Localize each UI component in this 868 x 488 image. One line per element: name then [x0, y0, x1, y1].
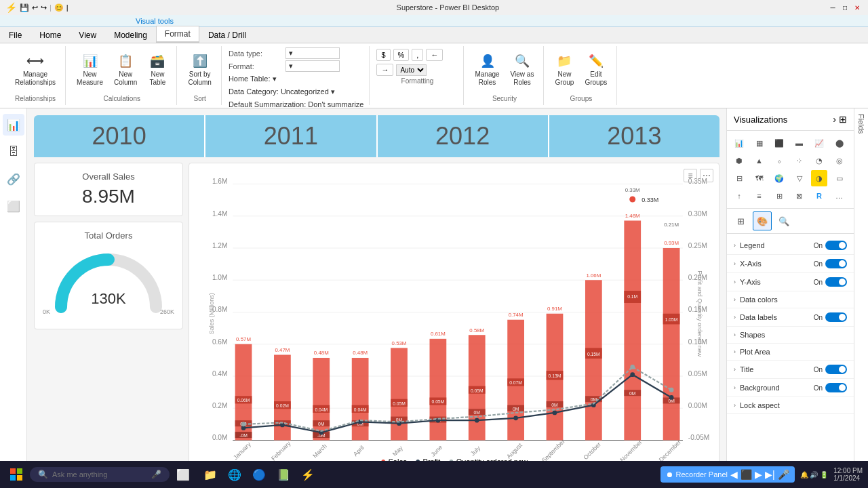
chart-menu-button[interactable]: ≡	[684, 169, 697, 182]
decrease-decimal-button[interactable]: ←	[426, 49, 443, 61]
viz-waterfall[interactable]: ⬦	[771, 152, 787, 169]
tab-datadrill[interactable]: Data / Drill	[199, 27, 255, 43]
tab-fields[interactable]: ⊞	[731, 211, 750, 230]
comma-button[interactable]: ,	[412, 49, 423, 61]
viz-100-bar[interactable]: ▬	[791, 135, 808, 151]
format-lockaspect-row[interactable]: › Lock aspect	[727, 397, 854, 414]
tab-view[interactable]: View	[70, 27, 105, 43]
edit-groups-button[interactable]: ✏️ EditGroups	[580, 49, 611, 89]
format-shapes-row[interactable]: › Shapes	[727, 327, 854, 344]
viz-r-visual[interactable]: R	[811, 188, 827, 204]
viz-ribbon[interactable]: ▲	[751, 152, 768, 169]
format-value[interactable]: ▾	[285, 60, 340, 72]
viz-filled-map[interactable]: 🌍	[771, 170, 787, 186]
taskbar-edge[interactable]: 🌐	[224, 464, 245, 485]
format-title-row[interactable]: › Title On	[727, 361, 854, 379]
recorder-play[interactable]: ▶	[755, 469, 762, 480]
quick-undo[interactable]: ↩	[32, 3, 38, 12]
format-datacolors-row[interactable]: › Data colors	[727, 291, 854, 308]
total-orders-card[interactable]: Total Orders 130K 0K 260K	[34, 222, 183, 329]
legend-toggle[interactable]	[825, 241, 847, 250]
minimize-button[interactable]: ─	[827, 2, 838, 13]
viz-stacked-bar[interactable]: ⬛	[771, 135, 787, 151]
tab-format[interactable]: Format	[156, 26, 199, 43]
recorder-prev[interactable]: ◀	[730, 469, 738, 480]
sort-by-column-button[interactable]: ⬆️ Sort byColumn	[184, 49, 215, 89]
home-table-dropdown[interactable]: ▾	[273, 75, 277, 83]
datalabels-toggle[interactable]	[825, 312, 847, 322]
viz-bar-chart[interactable]: 📊	[731, 135, 747, 151]
recorder-next[interactable]: ▶|	[765, 469, 775, 480]
taskbar-chrome[interactable]: 🔵	[248, 464, 270, 485]
format-background-row[interactable]: › Background On	[727, 379, 854, 397]
viz-clustered-bar[interactable]: ▦	[751, 135, 768, 151]
viz-kpi[interactable]: ↑	[731, 188, 747, 204]
viz-more[interactable]: …	[831, 188, 848, 204]
viz-scatter[interactable]: ⁘	[791, 152, 808, 169]
manage-relationships-button[interactable]: ⟷ ManageRelationships	[11, 49, 60, 89]
title-toggle[interactable]	[825, 365, 847, 374]
viz-pie[interactable]: ◔	[811, 152, 827, 169]
new-column-button[interactable]: 📋 NewColumn	[110, 49, 141, 89]
yaxis-toggle[interactable]	[825, 277, 847, 287]
taskbar-explorer[interactable]: 📁	[199, 464, 221, 485]
new-table-button[interactable]: 🗃️ NewTable	[144, 49, 171, 89]
format-plotarea-row[interactable]: › Plot Area	[727, 344, 854, 361]
taskview-button[interactable]: ⬜	[172, 464, 194, 485]
format-datalabels-row[interactable]: › Data labels On	[727, 308, 854, 327]
tab-format-paint[interactable]: 🎨	[753, 211, 772, 230]
percent-button[interactable]: %	[393, 49, 410, 61]
viz-gauge[interactable]: ◑	[811, 170, 827, 186]
viz-area-chart[interactable]: ⬤	[831, 135, 848, 151]
viz-line-bar[interactable]: ⬢	[731, 152, 747, 169]
left-icon-model[interactable]: 🔗	[3, 168, 24, 190]
main-chart[interactable]: ≡ ⋯ 1.6M 1.4M 1.2M 1.0M 0.8M 0.6M 0.4M 0…	[189, 163, 719, 480]
viz-map[interactable]: 🗺	[751, 170, 768, 186]
increase-decimal-button[interactable]: →	[376, 64, 393, 76]
viz-treemap[interactable]: ⊟	[731, 170, 747, 186]
start-button[interactable]	[5, 464, 27, 485]
data-type-value[interactable]: ▾	[285, 47, 340, 59]
format-xaxis-row[interactable]: › X-Axis On	[727, 255, 854, 273]
tab-analytics[interactable]: 🔍	[774, 211, 793, 230]
maximize-button[interactable]: □	[840, 2, 850, 13]
taskbar-search-input[interactable]	[52, 470, 147, 479]
new-group-button[interactable]: 📁 NewGroup	[551, 49, 578, 89]
taskbar-search-box[interactable]: 🔍 🎤	[30, 467, 170, 482]
viz-funnel[interactable]: ▽	[791, 170, 808, 186]
left-icon-data[interactable]: 🗄	[3, 141, 24, 163]
fields-panel-tab[interactable]: Fields	[854, 108, 868, 480]
panel-expand-button[interactable]: ›	[833, 114, 836, 125]
format-yaxis-row[interactable]: › Y-Axis On	[727, 273, 854, 291]
viz-card[interactable]: ▭	[831, 170, 848, 186]
viz-matrix[interactable]: ⊠	[791, 188, 808, 204]
viz-slicer[interactable]: ≡	[751, 188, 768, 204]
taskbar-powerbi[interactable]: ⚡	[297, 464, 319, 485]
tab-file[interactable]: File	[0, 27, 31, 43]
format-legend-row[interactable]: › Legend On	[727, 237, 854, 255]
quick-save[interactable]: 💾	[20, 3, 29, 12]
new-measure-button[interactable]: 📊 NewMeasure	[73, 49, 107, 89]
close-button[interactable]: ✕	[852, 2, 863, 13]
viz-table[interactable]: ⊞	[771, 188, 787, 204]
manage-roles-button[interactable]: 👤 ManageRoles	[471, 49, 503, 89]
overall-sales-card[interactable]: Overall Sales 8.95M	[34, 163, 183, 216]
quick-icon[interactable]: 😊	[54, 3, 64, 12]
background-toggle[interactable]	[825, 383, 847, 392]
xaxis-toggle[interactable]	[825, 259, 847, 268]
recorder-stop[interactable]: ⬛	[741, 469, 752, 480]
recorder-mic[interactable]: 🎤	[778, 469, 789, 480]
quick-redo[interactable]: ↪	[41, 3, 47, 12]
tab-modeling[interactable]: Modeling	[105, 27, 156, 43]
chart-more-button[interactable]: ⋯	[700, 169, 713, 182]
viz-donut[interactable]: ◎	[831, 152, 848, 169]
left-icon-report[interactable]: 📊	[3, 114, 24, 136]
view-as-roles-button[interactable]: 🔍 View asRoles	[507, 49, 538, 89]
currency-button[interactable]: $	[376, 49, 390, 61]
data-category-dropdown[interactable]: ▾	[331, 87, 335, 96]
recorder-panel[interactable]: ⏺ Recorder Panel ◀ ⬛ ▶ ▶| 🎤	[660, 466, 795, 483]
left-icon-external[interactable]: ⬜	[3, 195, 24, 217]
format-auto-select[interactable]: Auto	[396, 64, 427, 76]
viz-line-chart[interactable]: 📈	[811, 135, 827, 151]
taskbar-excel[interactable]: 📗	[273, 464, 294, 485]
